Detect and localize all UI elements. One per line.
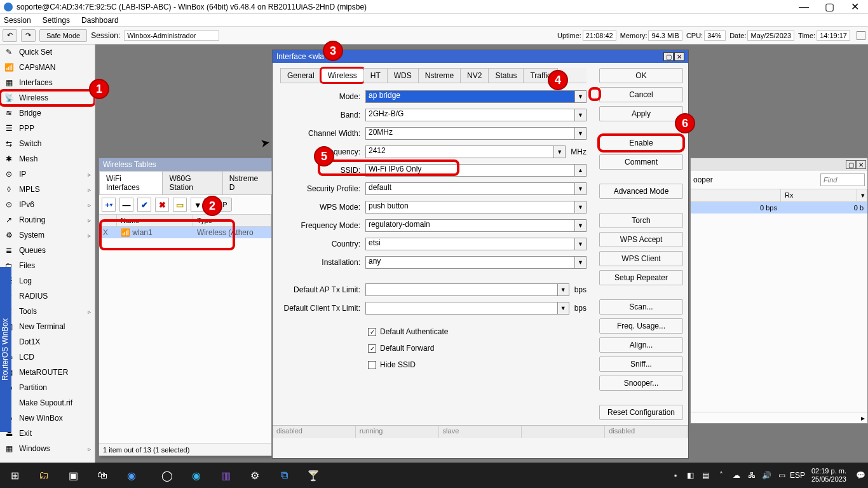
redo-button[interactable]: ↷ — [21, 29, 36, 42]
sidebar-item-system[interactable]: ⚙System▹ — [0, 227, 95, 243]
dropdown-freq[interactable]: ▼ — [554, 146, 566, 158]
check-hide-ssid[interactable]: Hide SSID — [368, 356, 587, 373]
input-mode[interactable]: ap bridge — [365, 90, 575, 103]
collapse-ssid[interactable]: ▲ — [575, 164, 587, 177]
menu-session[interactable]: Session — [4, 16, 31, 25]
tab-w60g[interactable]: W60G Station — [162, 171, 222, 194]
tray-icon[interactable]: ◧ — [683, 471, 698, 480]
sidebar-item-log[interactable]: ☰Log — [0, 273, 95, 288]
sidebar-item-make-supout-rif[interactable]: 🗎Make Supout.rif — [0, 395, 95, 410]
tray-icon[interactable]: ▤ — [698, 471, 714, 480]
input-freq[interactable]: 2412 — [365, 146, 554, 158]
language-indicator[interactable]: ESP — [790, 471, 805, 480]
sidebar-item-new-terminal[interactable]: ▣New Terminal — [0, 319, 95, 334]
enable-row-button[interactable]: ✔ — [137, 198, 151, 212]
sidebar-item-bridge[interactable]: ≋Bridge — [0, 105, 95, 121]
vscode-icon[interactable]: ⧉ — [269, 463, 299, 488]
sidebar-item-mpls[interactable]: ◊MPLS▹ — [0, 182, 95, 197]
dropdown-band[interactable]: ▼ — [575, 109, 587, 121]
onedrive-icon[interactable]: ☁ — [729, 471, 744, 480]
menu-settings[interactable]: Settings — [43, 16, 70, 25]
dialog-tab-nstreme[interactable]: Nstreme — [418, 68, 461, 83]
reset-configuration-button[interactable]: Reset Configuration — [599, 405, 683, 420]
input-install[interactable]: any — [365, 256, 575, 269]
col-rx[interactable]: Rx — [781, 189, 857, 201]
app-icon[interactable]: 🍸 — [299, 463, 328, 488]
col-type[interactable]: Type — [193, 215, 271, 226]
dropdown-install[interactable]: ▼ — [575, 256, 587, 269]
sidebar-item-ppp[interactable]: ☰PPP — [0, 121, 95, 136]
sidebar-item-capsman[interactable]: 📶CAPsMAN — [0, 60, 95, 75]
sidebar-item-interfaces[interactable]: ▦Interfaces — [0, 75, 95, 90]
battery-icon[interactable]: ▭ — [775, 471, 790, 480]
col-name[interactable]: Name — [117, 215, 193, 226]
advanced-mode-button[interactable]: Advanced Mode — [599, 184, 683, 199]
sidebar-item-partition[interactable]: ◔Partition — [0, 380, 95, 395]
input-secprof[interactable]: default — [365, 182, 575, 195]
maximize-button[interactable]: ▢ — [824, 3, 835, 11]
tray-chevron-icon[interactable]: ˄ — [714, 471, 729, 480]
disable-row-button[interactable]: ✖ — [155, 198, 169, 212]
sidebar-item-quick-set[interactable]: ✎Quick Set — [0, 44, 95, 60]
explorer-icon[interactable]: 🗂 — [29, 463, 58, 488]
freq-usage--button[interactable]: Freq. Usage... — [599, 318, 683, 334]
dropdown-mode[interactable]: ▼ — [575, 90, 587, 103]
snooper--button[interactable]: Snooper... — [599, 376, 683, 391]
check-default-authenticate[interactable]: ✓Default Authenticate — [368, 323, 587, 340]
sidebar-item-exit[interactable]: ⏏Exit — [0, 426, 95, 441]
sidebar-item-windows[interactable]: ▦Windows▹ — [0, 441, 95, 456]
input-chwidth[interactable]: 20MHz — [365, 127, 575, 140]
safe-mode-button[interactable]: Safe Mode — [39, 29, 87, 42]
toolbar-toggle[interactable] — [857, 31, 865, 40]
wireless-tables-title[interactable]: Wireless Tables — [99, 158, 271, 171]
comment-button[interactable]: ▭ — [173, 198, 187, 212]
terminal-icon[interactable]: ▣ — [58, 463, 88, 488]
wps-client-button[interactable]: WPS Client — [599, 251, 683, 266]
sidebar-item-ip[interactable]: ⊙IP▹ — [0, 166, 95, 182]
sidebar-item-files[interactable]: 🗀Files — [0, 258, 95, 273]
chrome-icon[interactable]: ◯ — [153, 463, 182, 488]
notifications-icon[interactable]: 💬 — [853, 471, 868, 480]
interface-row-wlan1[interactable]: X 📶 wlan1 Wireless (Athero — [99, 227, 271, 238]
scan--button[interactable]: Scan... — [599, 299, 683, 315]
remove-button[interactable]: — — [119, 198, 133, 212]
sidebar-item-metarouter[interactable]: ▦MetaROUTER — [0, 365, 95, 380]
dialog-tab-nv2[interactable]: NV2 — [460, 68, 489, 83]
dropdown-freqmode[interactable]: ▼ — [575, 219, 587, 232]
sidebar-item-dot1x[interactable]: ✦Dot1X — [0, 334, 95, 349]
dropdown-aptx[interactable]: ▼ — [558, 283, 569, 296]
sidebar-item-queues[interactable]: ≣Queues — [0, 243, 95, 258]
input-country[interactable]: etsi — [365, 238, 575, 250]
dialog-restore-button[interactable]: ▢ — [663, 52, 674, 61]
find-input[interactable] — [820, 173, 865, 186]
winbox-taskbar-icon[interactable]: ◉ — [117, 463, 146, 488]
right-data-row[interactable]: 0 bps 0 b — [691, 202, 867, 214]
right-restore-button[interactable]: ▢ — [846, 160, 856, 169]
dialog-tab-status[interactable]: Status — [488, 68, 524, 83]
tab-nstreme-d[interactable]: Nstreme D — [222, 171, 272, 194]
add-button[interactable]: +▾ — [102, 198, 116, 212]
settings-icon[interactable]: ⚙ — [240, 463, 269, 488]
edge-icon[interactable]: ◉ — [182, 463, 211, 488]
dropdown-country[interactable]: ▼ — [575, 238, 587, 250]
dropdown-secprof[interactable]: ▼ — [575, 182, 587, 195]
dropdown-wpsmode[interactable]: ▼ — [575, 201, 587, 214]
dropdown-cltx[interactable]: ▼ — [558, 302, 569, 315]
align--button[interactable]: Align... — [599, 337, 683, 353]
input-aptx[interactable] — [365, 283, 558, 296]
sidebar-item-new-winbox[interactable]: ◉New WinBox — [0, 410, 95, 426]
close-button[interactable]: ✕ — [849, 3, 860, 11]
network-icon[interactable]: 🖧 — [744, 471, 759, 480]
input-freqmode[interactable]: regulatory-domain — [365, 219, 575, 232]
taskbar-clock[interactable]: 02:19 p. m.25/05/2023 — [805, 467, 853, 484]
sniff--button[interactable]: Sniff... — [599, 356, 683, 372]
dialog-tab-wireless[interactable]: Wireless — [321, 68, 364, 83]
tray-icon[interactable]: ▪ — [668, 471, 683, 480]
sidebar-item-radius[interactable]: ✸RADIUS — [0, 288, 95, 304]
right-close-button[interactable]: ✕ — [856, 160, 866, 169]
dropdown-chwidth[interactable]: ▼ — [575, 127, 587, 140]
ok-button[interactable]: OK — [599, 68, 683, 83]
dialog-tab-wds[interactable]: WDS — [387, 68, 419, 83]
right-scroll-right-icon[interactable]: ▸ — [861, 414, 867, 423]
store-icon[interactable]: 🛍 — [88, 463, 117, 488]
